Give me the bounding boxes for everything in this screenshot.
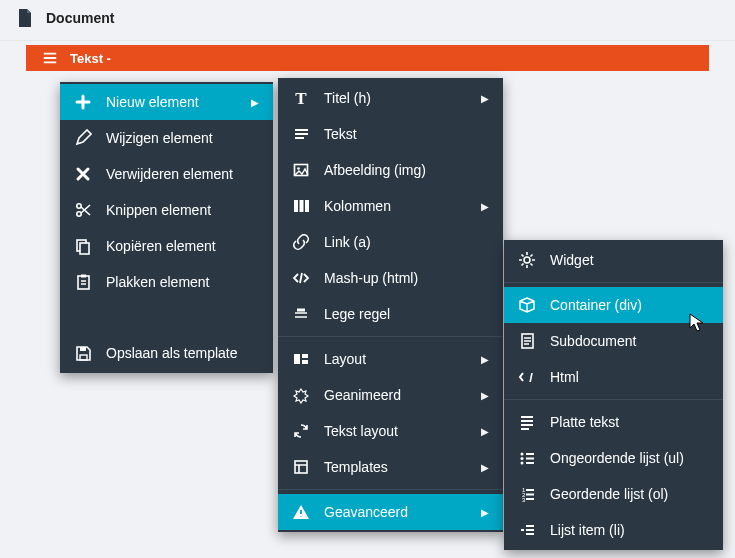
copy-icon bbox=[74, 237, 92, 255]
menu-item[interactable]: Afbeelding (img) bbox=[278, 152, 503, 188]
page-header: Document bbox=[0, 0, 735, 41]
menu-item[interactable]: Subdocument bbox=[504, 323, 723, 359]
menu-item-label: Geavanceerd bbox=[324, 504, 463, 520]
menu-item-label: Lege regel bbox=[324, 306, 463, 322]
menu-item[interactable]: Ongeordende lijst (ul) bbox=[504, 440, 723, 476]
menu-item[interactable]: Link (a) bbox=[278, 224, 503, 260]
warning-icon bbox=[292, 503, 310, 521]
menu-item[interactable]: Widget bbox=[504, 242, 723, 278]
menu-item[interactable]: Mash-up (html) bbox=[278, 260, 503, 296]
menu-item[interactable]: Layout▶ bbox=[278, 341, 503, 377]
menu-item[interactable]: Wijzigen element bbox=[60, 120, 273, 156]
menu-item-label: Platte tekst bbox=[550, 414, 683, 430]
menu-item[interactable]: Nieuw element▶ bbox=[60, 84, 273, 120]
gear-icon bbox=[518, 251, 536, 269]
menu-item[interactable]: Opslaan als template bbox=[60, 335, 273, 371]
menu-item[interactable]: Tekst layout▶ bbox=[278, 413, 503, 449]
menu-item[interactable]: Kolommen▶ bbox=[278, 188, 503, 224]
menu-item[interactable]: Html bbox=[504, 359, 723, 395]
page-title: Document bbox=[46, 10, 114, 26]
blank-icon bbox=[292, 305, 310, 323]
submenu-arrow-icon: ▶ bbox=[247, 97, 259, 108]
ol-icon bbox=[518, 485, 536, 503]
menu-item-label: Templates bbox=[324, 459, 463, 475]
box-icon bbox=[518, 296, 536, 314]
menu-item-label: Lijst item (li) bbox=[550, 522, 683, 538]
menu-item-label: Knippen element bbox=[106, 202, 233, 218]
li-icon bbox=[518, 521, 536, 539]
submenu-arrow-icon: ▶ bbox=[477, 354, 489, 365]
menu-item[interactable]: Knippen element bbox=[60, 192, 273, 228]
menu-divider bbox=[504, 282, 723, 283]
template-icon bbox=[292, 458, 310, 476]
menu-item[interactable]: Geordende lijst (ol) bbox=[504, 476, 723, 512]
code-icon bbox=[292, 269, 310, 287]
menu-item[interactable]: Geanimeerd▶ bbox=[278, 377, 503, 413]
menu-item[interactable]: Lijst item (li) bbox=[504, 512, 723, 548]
columns-icon bbox=[292, 197, 310, 215]
slash-icon bbox=[518, 368, 536, 386]
ul-icon bbox=[518, 449, 536, 467]
menu-item[interactable]: Container (div) bbox=[504, 287, 723, 323]
layout-icon bbox=[292, 350, 310, 368]
doc-icon bbox=[518, 332, 536, 350]
submenu-advanced: WidgetContainer (div)SubdocumentHtmlPlat… bbox=[504, 240, 723, 550]
pencil-icon bbox=[74, 129, 92, 147]
save-icon bbox=[74, 344, 92, 362]
paste-icon bbox=[74, 273, 92, 291]
menu-item[interactable]: Kopiëren element bbox=[60, 228, 273, 264]
titleT-icon bbox=[292, 89, 310, 107]
menu-item-label: Layout bbox=[324, 351, 463, 367]
menu-item-label: Mash-up (html) bbox=[324, 270, 463, 286]
image-icon bbox=[292, 161, 310, 179]
lines-icon bbox=[292, 125, 310, 143]
menu-item-label: Kolommen bbox=[324, 198, 463, 214]
menu-divider bbox=[278, 489, 503, 490]
menu-item-label: Verwijderen element bbox=[106, 166, 233, 182]
hamburger-icon bbox=[42, 50, 58, 66]
submenu-arrow-icon: ▶ bbox=[477, 201, 489, 212]
close-icon bbox=[74, 165, 92, 183]
recycle-icon bbox=[292, 422, 310, 440]
submenu-arrow-icon: ▶ bbox=[477, 462, 489, 473]
menu-divider bbox=[278, 336, 503, 337]
document-icon bbox=[16, 8, 34, 28]
plus-icon bbox=[74, 93, 92, 111]
element-bar[interactable]: Tekst - bbox=[26, 45, 709, 71]
menu-item-label: Html bbox=[550, 369, 683, 385]
menu-item-label: Link (a) bbox=[324, 234, 463, 250]
anim-icon bbox=[292, 386, 310, 404]
menu-item-label: Titel (h) bbox=[324, 90, 463, 106]
menu-item[interactable]: Tekst bbox=[278, 116, 503, 152]
lines2-icon bbox=[518, 413, 536, 431]
menu-item[interactable]: Geavanceerd▶ bbox=[278, 494, 503, 530]
submenu-arrow-icon: ▶ bbox=[477, 426, 489, 437]
menu-item[interactable]: Titel (h)▶ bbox=[278, 80, 503, 116]
menu-item-label: Plakken element bbox=[106, 274, 233, 290]
menu-item-label: Container (div) bbox=[550, 297, 683, 313]
menu-item[interactable]: Platte tekst bbox=[504, 404, 723, 440]
link-icon bbox=[292, 233, 310, 251]
menu-item[interactable]: Templates▶ bbox=[278, 449, 503, 485]
menu-item[interactable]: Plakken element bbox=[60, 264, 273, 300]
menu-item[interactable]: Lege regel bbox=[278, 296, 503, 332]
menu-item-label: Afbeelding (img) bbox=[324, 162, 463, 178]
submenu-arrow-icon: ▶ bbox=[477, 507, 489, 518]
menu-divider bbox=[504, 399, 723, 400]
menu-item-label: Ongeordende lijst (ul) bbox=[550, 450, 684, 466]
menu-item-label: Tekst layout bbox=[324, 423, 463, 439]
menu-item-label: Kopiëren element bbox=[106, 238, 233, 254]
submenu-new-element: Titel (h)▶TekstAfbeelding (img)Kolommen▶… bbox=[278, 78, 503, 532]
menu-item[interactable]: Verwijderen element bbox=[60, 156, 273, 192]
context-menu-primary: Nieuw element▶Wijzigen elementVerwijdere… bbox=[60, 82, 273, 373]
menu-item-label: Subdocument bbox=[550, 333, 683, 349]
menu-item-label: Nieuw element bbox=[106, 94, 233, 110]
element-bar-label: Tekst - bbox=[70, 51, 111, 66]
scissors-icon bbox=[74, 201, 92, 219]
menu-item-label: Geanimeerd bbox=[324, 387, 463, 403]
menu-item-label: Widget bbox=[550, 252, 683, 268]
submenu-arrow-icon: ▶ bbox=[477, 93, 489, 104]
menu-item-label: Wijzigen element bbox=[106, 130, 233, 146]
submenu-arrow-icon: ▶ bbox=[477, 390, 489, 401]
menu-item-label: Tekst bbox=[324, 126, 463, 142]
